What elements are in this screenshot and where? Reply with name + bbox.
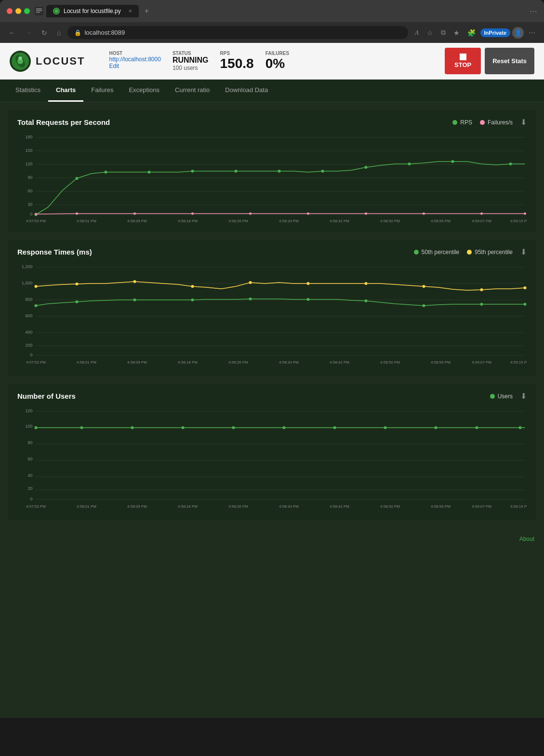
favorites-icon[interactable]: ☆ <box>424 27 436 39</box>
nav-tabs: Statistics Charts Failures Exceptions Cu… <box>0 80 544 102</box>
fail-dot <box>423 213 425 215</box>
svg-rect-1 <box>36 9 42 10</box>
svg-text:60: 60 <box>27 457 32 461</box>
home-button[interactable]: ⌂ <box>54 27 64 39</box>
svg-text:4:58:09 PM: 4:58:09 PM <box>127 360 147 364</box>
tab-statistics[interactable]: Statistics <box>8 80 48 102</box>
profile-avatar[interactable]: 👤 <box>512 27 524 39</box>
browser-menu-icon[interactable]: ⋯ <box>530 7 537 16</box>
rps-dot <box>451 160 454 163</box>
about-link[interactable]: About <box>519 536 534 542</box>
stop-icon <box>460 54 466 60</box>
minimize-button[interactable] <box>15 8 21 14</box>
stop-button[interactable]: STOP <box>445 48 481 74</box>
tab-failures[interactable]: Failures <box>83 80 121 102</box>
svg-text:4:58:01 PM: 4:58:01 PM <box>77 504 96 509</box>
app-header: LOCUST HOST http://localhost:8000 Edit S… <box>0 43 544 80</box>
u-dot <box>333 426 336 429</box>
rps-dot <box>148 171 151 174</box>
reset-stats-button[interactable]: Reset Stats <box>485 48 534 74</box>
tab-charts[interactable]: Charts <box>48 80 83 102</box>
address-bar[interactable]: 🔒 localhost:8089 <box>67 26 408 39</box>
collections-icon[interactable]: ★ <box>451 27 463 39</box>
svg-text:4:58:42 PM: 4:58:42 PM <box>330 219 349 223</box>
tab-close-icon[interactable]: × <box>125 8 132 14</box>
maximize-button[interactable] <box>24 8 30 14</box>
rps-chart-header: Total Requests per Second RPS Failures/s… <box>17 118 527 127</box>
url-text: localhost:8089 <box>84 29 125 36</box>
close-button[interactable] <box>7 8 13 14</box>
rps-dot <box>191 170 194 173</box>
svg-text:4:58:18 PM: 4:58:18 PM <box>178 360 198 364</box>
rps-dot <box>408 162 411 165</box>
u-dot <box>232 426 235 429</box>
rps-dot <box>235 170 238 173</box>
logo-area: LOCUST <box>10 51 85 72</box>
response-chart-title: Response Times (ms) <box>17 248 92 256</box>
svg-text:4:58:09 PM: 4:58:09 PM <box>127 219 147 223</box>
rps-dot <box>105 171 107 174</box>
rps-value: 150.8 <box>220 56 254 71</box>
back-button[interactable]: ← <box>6 27 18 39</box>
rps-download-icon[interactable]: ⬇ <box>520 118 527 127</box>
users-chart-container: 120 100 80 60 40 20 0 <box>17 406 527 514</box>
svg-point-5 <box>55 10 58 13</box>
logo-text: LOCUST <box>36 55 85 68</box>
svg-text:4:58:01 PM: 4:58:01 PM <box>77 219 96 223</box>
svg-text:20: 20 <box>27 486 32 491</box>
u-dot <box>384 426 387 429</box>
fail-dot <box>307 213 309 215</box>
forward-button[interactable]: → <box>22 27 35 39</box>
u-dot <box>435 426 438 429</box>
tab-exceptions[interactable]: Exceptions <box>121 80 167 102</box>
rps-legend-failures: Failures/s <box>480 119 513 126</box>
g-dot <box>307 298 310 301</box>
response-yellow-line <box>36 282 525 290</box>
g-dot <box>35 304 38 307</box>
response-legend-dot-yellow <box>467 250 472 255</box>
users-chart-title: Number of Users <box>17 392 76 400</box>
svg-text:4:58:42 PM: 4:58:42 PM <box>330 360 349 364</box>
rps-legend-dot-pink <box>480 120 485 125</box>
host-stat: HOST http://localhost:8000 Edit <box>109 51 160 69</box>
response-legend-50th: 50th percentile <box>414 249 460 256</box>
response-chart-header: Response Times (ms) 50th percentile 95th… <box>17 247 527 256</box>
status-stat: STATUS RUNNING 100 users <box>172 51 209 71</box>
status-label: STATUS <box>172 51 209 56</box>
rps-dot <box>365 166 368 169</box>
users-chart-legend: Users <box>490 393 513 400</box>
traffic-lights <box>7 8 30 14</box>
users-download-icon[interactable]: ⬇ <box>520 392 527 401</box>
active-tab[interactable]: Locust for locustfile.py × <box>46 5 139 17</box>
split-screen-icon[interactable]: ⧉ <box>438 27 449 39</box>
svg-text:4:59:07 PM: 4:59:07 PM <box>472 504 491 509</box>
host-url-link[interactable]: http://localhost:8000 <box>109 56 160 63</box>
browser-navbar: ← → ↻ ⌂ 🔒 localhost:8089 𝐴 ☆ ⧉ ★ 🧩 InPri… <box>0 22 544 43</box>
tab-download-data[interactable]: Download Data <box>217 80 276 102</box>
svg-text:4:58:09 PM: 4:58:09 PM <box>127 504 147 509</box>
browser-settings-icon[interactable]: ⋯ <box>526 27 538 39</box>
host-edit-link[interactable]: Edit <box>109 63 160 69</box>
fail-dot <box>365 213 367 215</box>
rps-green-line <box>36 162 525 215</box>
g-dot <box>191 298 194 301</box>
fail-dot <box>480 213 483 215</box>
rps-chart-title: Total Requests per Second <box>17 118 110 126</box>
svg-text:800: 800 <box>25 297 32 302</box>
fail-dot <box>76 213 78 215</box>
y-dot <box>423 285 425 288</box>
svg-text:80: 80 <box>27 440 32 445</box>
response-download-icon[interactable]: ⬇ <box>520 247 527 256</box>
reload-button[interactable]: ↻ <box>39 27 50 39</box>
rps-legend-label-failures: Failures/s <box>488 119 513 126</box>
response-legend-95th-label: 95th percentile <box>475 249 513 256</box>
new-tab-button[interactable]: + <box>141 5 153 17</box>
tab-title: Locust for locustfile.py <box>64 8 121 14</box>
rps-legend-rps: RPS <box>452 119 472 126</box>
tab-current-ratio[interactable]: Current ratio <box>167 80 217 102</box>
svg-text:4:58:26 PM: 4:58:26 PM <box>228 504 248 509</box>
read-aloud-icon[interactable]: 𝐴 <box>412 27 422 39</box>
rps-legend-dot-green <box>452 120 457 125</box>
extensions-icon[interactable]: 🧩 <box>464 27 478 39</box>
y-dot <box>307 282 310 285</box>
